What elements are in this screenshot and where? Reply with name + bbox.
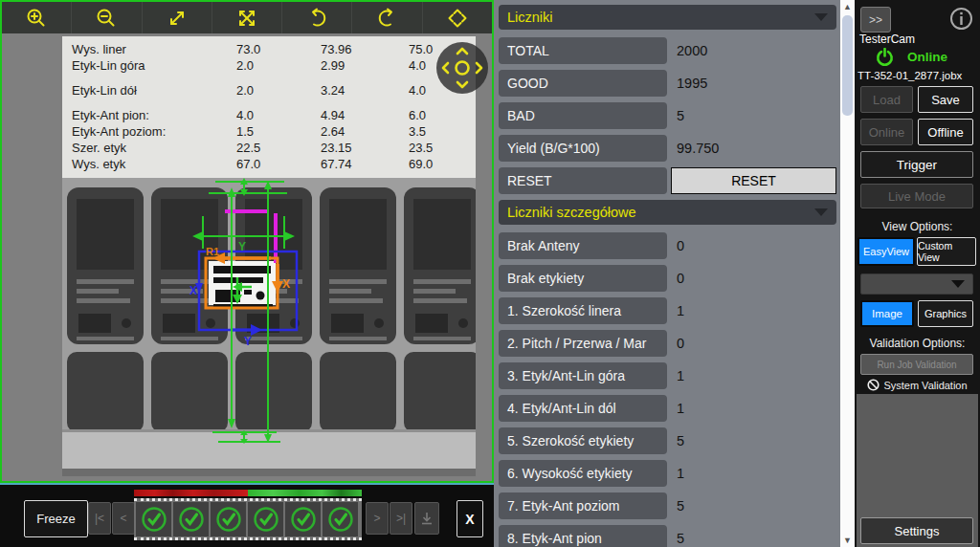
measure-row: Wys. liner 73.0 73.96 75.0 [62, 41, 476, 57]
counter-row: Brak etykiety 0 [499, 265, 836, 292]
settings-button[interactable]: Settings [860, 517, 973, 544]
film-frame[interactable] [211, 502, 246, 536]
prev-frame-button[interactable]: < [112, 502, 135, 535]
zoom-out-icon [95, 7, 118, 30]
expand-icon [235, 7, 258, 30]
scrollbar-thumb[interactable] [842, 15, 853, 116]
custom-view-button[interactable]: Custom View [917, 237, 976, 266]
job-file-name: TT-352-01_2877.jobx [858, 70, 962, 81]
counters-scrollbar[interactable]: ▲ ▼ [840, 0, 855, 547]
measure-y-label: Y [238, 240, 246, 253]
status-badge: Online [907, 50, 947, 64]
counter-value: 1 [677, 297, 684, 324]
zoom-in-button[interactable] [2, 2, 72, 33]
run-job-validation-button[interactable]: Run Job Validation [860, 354, 973, 375]
playback-bar: Freeze |< < > [0, 485, 494, 547]
counter-value: 1 [677, 460, 684, 487]
system-validation-item[interactable]: System Validation [855, 379, 980, 391]
counter-row: Brak Anteny 0 [499, 232, 836, 259]
next-frame-button[interactable]: > [366, 502, 389, 535]
check-icon [253, 506, 279, 533]
scrollbar-down-arrow[interactable]: ▼ [840, 534, 855, 547]
counter-value: 5 [677, 492, 684, 519]
counter-label: Brak etykiety [499, 265, 667, 292]
view-options-label: View Options: [855, 220, 980, 233]
zoom-out-button[interactable] [72, 2, 142, 33]
save-frame-button[interactable] [414, 502, 439, 535]
counter-label: GOOD [499, 70, 667, 97]
graphics-button[interactable]: Graphics [918, 300, 973, 327]
detailed-counters-section-header[interactable]: Liczniki szczegółowe [499, 200, 836, 225]
film-frame[interactable] [323, 502, 358, 536]
tester-cam-app: X Y R1 X [0, 0, 980, 547]
counter-value: 1 [677, 395, 684, 422]
scrollbar-up-arrow[interactable]: ▲ [840, 0, 855, 13]
pan-icon [446, 7, 469, 30]
reset-button[interactable]: RESET [671, 167, 836, 194]
expand-button[interactable] [212, 2, 282, 33]
detailed-counters-title: Liczniki szczegółowe [507, 200, 636, 225]
counter-value: 99.750 [677, 135, 719, 162]
first-frame-button[interactable]: |< [88, 502, 111, 535]
counter-row: GOOD 1995 [499, 70, 836, 97]
info-button[interactable] [949, 7, 973, 31]
counter-label: Yield (B/G*100) [499, 135, 667, 162]
rotate-ccw-button[interactable] [282, 2, 352, 33]
film-frame[interactable] [136, 502, 171, 536]
save-frame-icon [421, 512, 433, 525]
result-bar-red [134, 490, 248, 496]
expand-panel-button[interactable]: >> [860, 7, 891, 33]
camera-viewport: X Y R1 X [2, 33, 492, 481]
rotate-ccw-icon [305, 7, 328, 30]
counter-label: 4. Etyk/Ant-Lin dól [499, 395, 667, 422]
view-select-dropdown[interactable] [860, 274, 973, 295]
nav-pad-control[interactable] [435, 41, 489, 95]
counter-row: TOTAL 2000 [499, 37, 836, 64]
counters-panel: Liczniki TOTAL 2000 GOOD 1995 BAD 5 Yiel… [494, 0, 840, 547]
validation-options-label: Validation Options: [855, 337, 980, 350]
check-icon [215, 506, 242, 533]
easy-view-button[interactable]: EasyView [858, 237, 915, 266]
counter-value: 1995 [677, 70, 707, 97]
reset-label: RESET [499, 167, 667, 194]
measurement-table: Wys. liner 73.0 73.96 75.0 Etyk-Lin góra… [62, 36, 476, 178]
freeze-button[interactable]: Freeze [24, 500, 88, 537]
measure-row: Szer. etyk 22.5 23.15 23.5 [62, 140, 476, 156]
last-frame-button[interactable]: >| [390, 502, 412, 535]
save-button[interactable]: Save [918, 86, 973, 113]
film-frame[interactable] [285, 502, 321, 536]
check-icon [327, 506, 354, 533]
online-button[interactable]: Online [860, 119, 913, 145]
counters-section-header[interactable]: Liczniki [499, 5, 836, 30]
camera-image[interactable]: X Y R1 X [62, 36, 476, 476]
reset-row: RESET RESET [499, 167, 836, 194]
check-icon [178, 506, 205, 533]
info-icon [949, 7, 973, 31]
zoom-in-icon [25, 7, 48, 30]
counter-label: 7. Etyk-Ant poziom [499, 492, 667, 519]
rotate-cw-icon [376, 7, 399, 30]
film-frame[interactable] [248, 502, 283, 536]
app-name: TesterCam [859, 33, 915, 46]
rotate-cw-button[interactable] [352, 2, 422, 33]
image-button[interactable]: Image [860, 300, 914, 327]
live-mode-button[interactable]: Live Mode [860, 184, 973, 208]
power-icon [876, 48, 894, 66]
measure-row: Etyk-Lin góra 2.0 2.99 4.0 [62, 57, 476, 74]
counter-value: 5 [677, 102, 684, 129]
close-button[interactable]: X [457, 500, 483, 537]
counter-value: 0 [677, 232, 684, 259]
resize-diagonal-button[interactable] [143, 2, 212, 33]
counter-label: TOTAL [499, 37, 667, 64]
counters-title: Liczniki [507, 5, 553, 30]
counter-row: 4. Etyk/Ant-Lin dól 1 [499, 395, 836, 422]
result-bar-green [248, 490, 362, 496]
film-frame[interactable] [173, 502, 209, 536]
counter-row: BAD 5 [499, 102, 836, 129]
counter-value: 0 [677, 265, 684, 292]
trigger-button[interactable]: Trigger [860, 151, 973, 178]
load-button[interactable]: Load [860, 86, 913, 113]
offline-button[interactable]: Offline [918, 119, 973, 145]
counter-row: 3. Etyk/Ant-Lin góra 1 [499, 362, 836, 389]
pan-button[interactable] [423, 2, 492, 33]
